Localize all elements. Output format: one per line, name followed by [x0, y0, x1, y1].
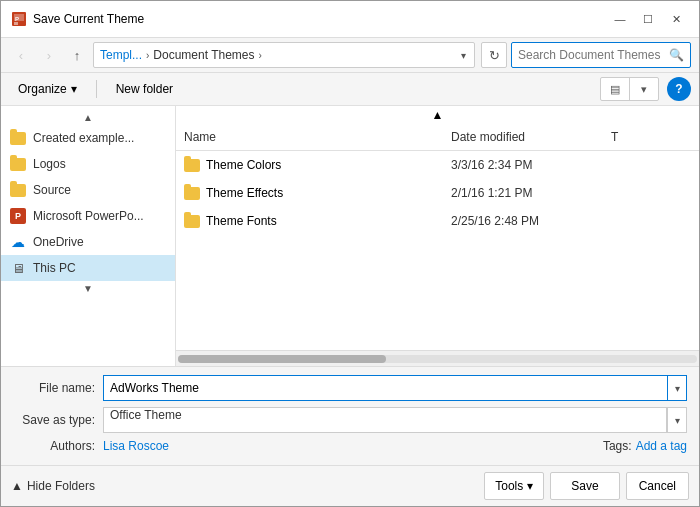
folder-icon [9, 129, 27, 147]
sidebar-label-ppt: Microsoft PowerPo... [33, 209, 167, 223]
file-list-header: Name Date modified T [176, 124, 699, 151]
file-list: Theme Colors 3/3/16 2:34 PM Theme Effect… [176, 151, 699, 350]
breadcrumb: Templ... › Document Themes › [100, 48, 459, 62]
dialog-title: Save Current Theme [33, 12, 607, 26]
sidebar-label-onedrive: OneDrive [33, 235, 167, 249]
scroll-up-button[interactable]: ▲ [1, 110, 175, 125]
search-input[interactable] [518, 48, 669, 62]
sidebar-item-created-example[interactable]: Created example... [1, 125, 175, 151]
save-button[interactable]: Save [550, 472, 619, 500]
savetype-select-container: Office Theme ▾ [103, 407, 687, 433]
file-area: ▲ Name Date modified T Theme Color [176, 106, 699, 366]
col-name-label: Name [184, 130, 216, 144]
help-button[interactable]: ? [667, 77, 691, 101]
tags-value[interactable]: Add a tag [636, 439, 687, 453]
file-name: Theme Fonts [206, 214, 277, 228]
scroll-thumb [178, 355, 386, 363]
filename-label: File name: [13, 381, 103, 395]
breadcrumb-sep2: › [259, 50, 262, 61]
breadcrumb-dropdown[interactable]: ▾ [459, 50, 468, 61]
sidebar-label-source: Source [33, 183, 167, 197]
minimize-button[interactable]: — [607, 9, 633, 29]
file-name: Theme Effects [206, 186, 283, 200]
sidebar-item-ppt[interactable]: P Microsoft PowerPo... [1, 203, 175, 229]
table-row[interactable]: Theme Effects 2/1/16 1:21 PM [176, 179, 699, 207]
view-button: ▤ ▾ [600, 77, 659, 101]
thispc-icon: 🖥 [9, 259, 27, 277]
sidebar-label-thispc: This PC [33, 261, 167, 275]
new-folder-button[interactable]: New folder [107, 77, 182, 101]
sidebar-item-thispc[interactable]: 🖥 This PC [1, 255, 175, 281]
sidebar: ▲ Created example... Logos Source [1, 106, 176, 366]
hide-folders-icon: ▲ [11, 479, 23, 493]
footer-right: Tools ▾ Save Cancel [484, 472, 689, 500]
hide-folders-button[interactable]: ▲ Hide Folders [11, 479, 95, 493]
file-date-cell: 2/1/16 1:21 PM [451, 186, 611, 200]
col-type-header: T [611, 126, 691, 148]
tools-button[interactable]: Tools ▾ [484, 472, 544, 500]
breadcrumb-part1[interactable]: Templ... [100, 48, 142, 62]
cancel-button[interactable]: Cancel [626, 472, 689, 500]
breadcrumb-part2[interactable]: Document Themes [153, 48, 254, 62]
sidebar-item-source[interactable]: Source [1, 177, 175, 203]
footer: ▲ Hide Folders Tools ▾ Save Cancel [1, 465, 699, 506]
file-scroll-up[interactable]: ▲ [176, 106, 699, 124]
nav-bar: ‹ › ↑ Templ... › Document Themes › ▾ ↻ 🔍 [1, 38, 699, 73]
savetype-label: Save as type: [13, 413, 103, 427]
folder-icon [184, 215, 200, 228]
search-bar: 🔍 [511, 42, 691, 68]
folder-icon [184, 187, 200, 200]
breadcrumb-bar: Templ... › Document Themes › ▾ [93, 42, 475, 68]
toolbar: Organize ▾ New folder ▤ ▾ ? [1, 73, 699, 106]
ppt-icon: P [9, 207, 27, 225]
savetype-dropdown[interactable]: ▾ [667, 407, 687, 433]
view-dropdown-arrow[interactable]: ▾ [630, 77, 658, 101]
sidebar-label-logos: Logos [33, 157, 167, 171]
tags-label: Tags: [603, 439, 636, 453]
folder-icon [9, 181, 27, 199]
filename-input-container: ▾ [103, 375, 687, 401]
file-name: Theme Colors [206, 158, 281, 172]
organize-label: Organize [18, 82, 67, 96]
new-folder-label: New folder [116, 82, 173, 96]
dialog-icon: P [11, 11, 27, 27]
maximize-button[interactable]: ☐ [635, 9, 661, 29]
col-name-header[interactable]: Name [184, 126, 451, 148]
filename-dropdown[interactable]: ▾ [667, 375, 687, 401]
authors-value[interactable]: Lisa Roscoe [103, 439, 169, 453]
view-list-icon[interactable]: ▤ [601, 77, 629, 101]
onedrive-icon: ☁ [9, 233, 27, 251]
close-button[interactable]: ✕ [663, 9, 689, 29]
scroll-track [178, 355, 697, 363]
window-controls: — ☐ ✕ [607, 9, 689, 29]
svg-text:P: P [15, 16, 19, 22]
sidebar-item-onedrive[interactable]: ☁ OneDrive [1, 229, 175, 255]
horizontal-scrollbar[interactable] [176, 350, 699, 366]
sidebar-label-created: Created example... [33, 131, 167, 145]
forward-button[interactable]: › [37, 43, 61, 67]
organize-button[interactable]: Organize ▾ [9, 77, 86, 101]
table-row[interactable]: Theme Colors 3/3/16 2:34 PM [176, 151, 699, 179]
folder-icon [184, 159, 200, 172]
file-name-cell: Theme Colors [184, 158, 451, 172]
scroll-down-button[interactable]: ▼ [1, 281, 175, 296]
sidebar-item-logos[interactable]: Logos [1, 151, 175, 177]
tools-label: Tools [495, 479, 523, 493]
hide-folders-label: Hide Folders [27, 479, 95, 493]
help-icon: ? [675, 82, 682, 96]
savetype-value: Office Theme [103, 407, 667, 433]
col-date-label: Date modified [451, 130, 525, 144]
toolbar-separator [96, 80, 97, 98]
col-type-label: T [611, 130, 618, 144]
savetype-row: Save as type: Office Theme ▾ [13, 407, 687, 433]
breadcrumb-sep1: › [146, 50, 149, 61]
col-date-header[interactable]: Date modified [451, 126, 611, 148]
filename-input[interactable] [103, 375, 667, 401]
back-button[interactable]: ‹ [9, 43, 33, 67]
refresh-button[interactable]: ↻ [481, 42, 507, 68]
filename-row: File name: ▾ [13, 375, 687, 401]
organize-arrow: ▾ [71, 82, 77, 96]
table-row[interactable]: Theme Fonts 2/25/16 2:48 PM [176, 207, 699, 235]
up-button[interactable]: ↑ [65, 43, 89, 67]
svg-rect-2 [14, 22, 18, 25]
